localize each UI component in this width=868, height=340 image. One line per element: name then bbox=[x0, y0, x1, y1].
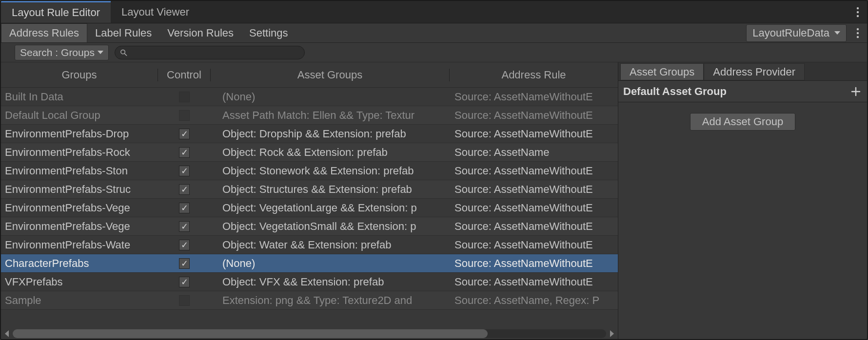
table-row[interactable]: EnvironmentPrefabs-Drop✓Object: Dropship… bbox=[1, 125, 618, 143]
table-header: Groups Control Asset Groups Address Rule bbox=[1, 62, 618, 88]
subtab-settings[interactable]: Settings bbox=[241, 23, 296, 42]
add-asset-group-button[interactable]: Add Asset Group bbox=[690, 113, 795, 131]
svg-point-6 bbox=[121, 50, 125, 54]
col-address-rule[interactable]: Address Rule bbox=[450, 69, 618, 81]
cell-group: EnvironmentPrefabs-Struc bbox=[1, 183, 158, 196]
scroll-left-icon[interactable] bbox=[5, 330, 9, 337]
cell-group: EnvironmentPrefabs-Vege bbox=[1, 202, 158, 214]
cell-group: VFXPrefabs bbox=[1, 276, 158, 288]
inspector-panel: Asset Groups Address Provider Default As… bbox=[618, 62, 867, 339]
table-row[interactable]: Default Local GroupAsset Path Match: Ell… bbox=[1, 106, 618, 125]
control-checkbox[interactable]: ✓ bbox=[179, 240, 190, 250]
control-checkbox[interactable]: ✓ bbox=[179, 147, 190, 158]
kebab-icon[interactable] bbox=[848, 23, 867, 42]
cell-group: EnvironmentPrefabs-Drop bbox=[1, 128, 158, 140]
cell-address-rule: Source: AssetNameWithoutE bbox=[450, 257, 618, 270]
svg-point-5 bbox=[857, 36, 859, 38]
col-groups[interactable]: Groups bbox=[1, 69, 158, 81]
tab-layout-rule-editor[interactable]: Layout Rule Editor bbox=[1, 1, 111, 23]
chevron-down-icon bbox=[834, 31, 840, 35]
control-checkbox[interactable]: ✓ bbox=[179, 203, 190, 213]
cell-asset-groups: Object: VegetationLarge && Extension: p bbox=[211, 202, 450, 214]
control-checkbox[interactable]: ✓ bbox=[179, 221, 190, 232]
table-row[interactable]: Built In Data(None)Source: AssetNameWith… bbox=[1, 88, 618, 106]
scroll-right-icon[interactable] bbox=[610, 330, 614, 337]
cell-group: CharacterPrefabs bbox=[1, 257, 158, 270]
cell-asset-groups: (None) bbox=[211, 257, 450, 270]
cell-asset-groups: Object: Water && Extension: prefab bbox=[211, 239, 450, 251]
inspector-title: Default Asset Group bbox=[623, 85, 727, 98]
tab-asset-groups[interactable]: Asset Groups bbox=[620, 63, 704, 80]
col-asset-groups[interactable]: Asset Groups bbox=[211, 69, 450, 81]
cell-address-rule: Source: AssetNameWithoutE bbox=[450, 276, 618, 288]
control-checkbox[interactable]: ✓ bbox=[179, 184, 190, 195]
table-row[interactable]: CharacterPrefabs✓(None)Source: AssetName… bbox=[1, 254, 618, 273]
scroll-thumb[interactable] bbox=[13, 329, 488, 338]
table-row[interactable]: EnvironmentPrefabs-Vege✓Object: Vegetati… bbox=[1, 199, 618, 217]
cell-control: ✓ bbox=[158, 147, 211, 158]
tab-address-provider[interactable]: Address Provider bbox=[704, 63, 805, 80]
control-checkbox[interactable]: ✓ bbox=[179, 129, 190, 139]
control-checkbox[interactable] bbox=[179, 295, 190, 306]
cell-group: Sample bbox=[1, 294, 158, 307]
cell-control: ✓ bbox=[158, 221, 211, 232]
cell-control bbox=[158, 110, 211, 121]
control-checkbox[interactable] bbox=[179, 92, 190, 102]
sub-tab-bar: Address Rules Label Rules Version Rules … bbox=[1, 23, 867, 43]
cell-address-rule: Source: AssetNameWithoutE bbox=[450, 109, 618, 122]
table-row[interactable]: EnvironmentPrefabs-Wate✓Object: Water &&… bbox=[1, 236, 618, 254]
svg-point-3 bbox=[857, 28, 859, 30]
layout-rule-data-dropdown[interactable]: LayoutRuleData bbox=[746, 24, 847, 42]
cell-address-rule: Source: AssetName bbox=[450, 146, 618, 159]
table-row[interactable]: EnvironmentPrefabs-Ston✓Object: Stonewor… bbox=[1, 162, 618, 180]
cell-control: ✓ bbox=[158, 277, 211, 287]
cell-group: Built In Data bbox=[1, 91, 158, 103]
table-body: Built In Data(None)Source: AssetNameWith… bbox=[1, 88, 618, 328]
cell-asset-groups: Object: Structures && Extension: prefab bbox=[211, 183, 450, 196]
cell-control: ✓ bbox=[158, 240, 211, 250]
col-control[interactable]: Control bbox=[158, 69, 211, 81]
cell-control: ✓ bbox=[158, 258, 211, 269]
search-input[interactable] bbox=[131, 47, 299, 57]
layout-rule-data-label: LayoutRuleData bbox=[752, 27, 829, 39]
cell-control bbox=[158, 92, 211, 102]
cell-asset-groups: Object: Dropship && Extension: prefab bbox=[211, 128, 450, 140]
cell-address-rule: Source: AssetNameWithoutE bbox=[450, 183, 618, 196]
plus-icon[interactable] bbox=[850, 86, 861, 97]
cell-control: ✓ bbox=[158, 129, 211, 139]
control-checkbox[interactable] bbox=[179, 110, 190, 121]
cell-asset-groups: Extension: png && Type: Texture2D and bbox=[211, 294, 450, 307]
cell-group: EnvironmentPrefabs-Wate bbox=[1, 239, 158, 251]
cell-asset-groups: (None) bbox=[211, 91, 450, 103]
kebab-icon[interactable] bbox=[848, 1, 867, 23]
cell-control: ✓ bbox=[158, 203, 211, 213]
cell-group: Default Local Group bbox=[1, 109, 158, 122]
table-row[interactable]: EnvironmentPrefabs-Rock✓Object: Rock && … bbox=[1, 143, 618, 162]
table-row[interactable]: EnvironmentPrefabs-Vege✓Object: Vegetati… bbox=[1, 217, 618, 236]
control-checkbox[interactable]: ✓ bbox=[179, 277, 190, 287]
table-row[interactable]: SampleExtension: png && Type: Texture2D … bbox=[1, 291, 618, 310]
cell-control bbox=[158, 295, 211, 306]
cell-address-rule: Source: AssetNameWithoutE bbox=[450, 91, 618, 103]
cell-asset-groups: Asset Path Match: Ellen && Type: Textur bbox=[211, 109, 450, 122]
subtab-version-rules[interactable]: Version Rules bbox=[159, 23, 241, 42]
table-row[interactable]: VFXPrefabs✓Object: VFX && Extension: pre… bbox=[1, 273, 618, 291]
inspector-body: Add Asset Group bbox=[618, 102, 867, 141]
cell-control: ✓ bbox=[158, 166, 211, 176]
search-icon bbox=[120, 49, 127, 57]
editor-tabs: Layout Rule Editor Layout Viewer bbox=[1, 1, 867, 23]
cell-asset-groups: Object: VegetationSmall && Extension: p bbox=[211, 220, 450, 233]
search-box[interactable] bbox=[115, 46, 305, 59]
search-scope-dropdown[interactable]: Search : Groups bbox=[15, 45, 109, 60]
svg-line-7 bbox=[124, 53, 127, 56]
horizontal-scrollbar[interactable] bbox=[1, 328, 618, 339]
tab-layout-viewer[interactable]: Layout Viewer bbox=[111, 1, 200, 23]
control-checkbox[interactable]: ✓ bbox=[179, 166, 190, 176]
scroll-track[interactable] bbox=[13, 329, 606, 338]
control-checkbox[interactable]: ✓ bbox=[179, 258, 190, 269]
cell-address-rule: Source: AssetName, Regex: P bbox=[450, 294, 618, 307]
table-row[interactable]: EnvironmentPrefabs-Struc✓Object: Structu… bbox=[1, 180, 618, 199]
subtab-address-rules[interactable]: Address Rules bbox=[1, 23, 87, 42]
chevron-down-icon bbox=[98, 51, 103, 54]
subtab-label-rules[interactable]: Label Rules bbox=[87, 23, 159, 42]
